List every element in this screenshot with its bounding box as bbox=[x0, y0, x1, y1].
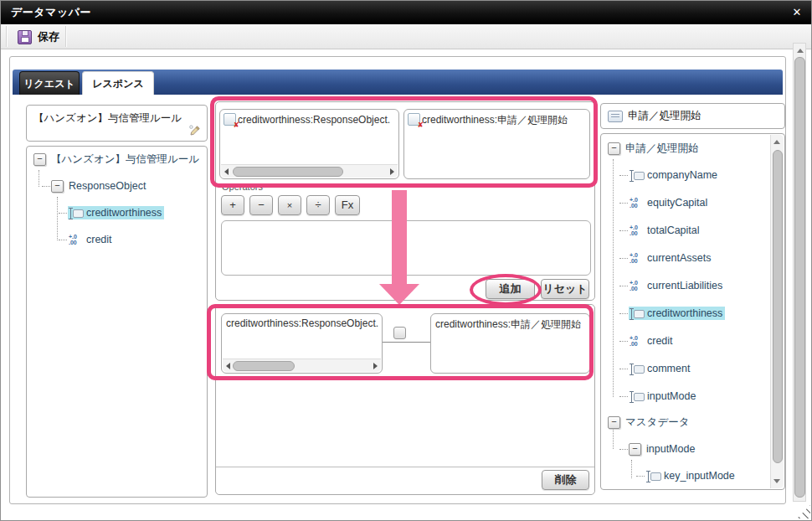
tree-node-label: creditworthiness bbox=[86, 207, 162, 219]
tree-node-companyname[interactable]: companyName bbox=[601, 164, 771, 186]
reset-button[interactable]: リセット bbox=[541, 279, 589, 299]
right-target-header: 申請／処理開始 bbox=[600, 103, 785, 129]
tree-node-responseobject[interactable]: ResponseObject bbox=[27, 175, 193, 197]
tab-request[interactable]: リクエスト bbox=[19, 71, 80, 95]
operator-minus-button[interactable]: − bbox=[249, 195, 273, 215]
tree-node-key-inputmode[interactable]: key_inputMode bbox=[601, 465, 771, 487]
tree-node-currentassets[interactable]: currentAssets bbox=[601, 247, 771, 269]
tree-node-credit[interactable]: credit bbox=[27, 229, 193, 250]
tree-node-credit-target[interactable]: credit bbox=[601, 330, 771, 352]
tree-connector bbox=[59, 213, 67, 214]
toolbar-separator bbox=[6, 26, 7, 47]
scroll-right-icon[interactable] bbox=[373, 363, 378, 369]
operators-label: Operators bbox=[222, 182, 263, 192]
tree-node-currentliabilities[interactable]: currentLiabilities bbox=[601, 275, 771, 297]
dialog-vertical-scrollbar[interactable] bbox=[793, 43, 806, 502]
mapping-target-box[interactable]: creditworthiness:申請／処理開始 bbox=[430, 313, 590, 374]
save-button-label: 保存 bbox=[38, 29, 59, 44]
horizontal-scrollbar[interactable] bbox=[223, 359, 381, 372]
tree-connector bbox=[59, 240, 67, 240]
expression-builder: creditworthiness:ResponseObject.【ハ credi… bbox=[215, 101, 595, 301]
scrollbar-thumb[interactable] bbox=[233, 167, 343, 177]
remove-source-icon[interactable] bbox=[408, 113, 420, 126]
operator-plus-button[interactable]: + bbox=[221, 195, 244, 215]
tab-response[interactable]: レスポンス bbox=[82, 71, 154, 95]
tree-node-creditworthiness[interactable]: creditworthiness bbox=[27, 202, 193, 224]
collapse-icon[interactable] bbox=[33, 153, 46, 166]
resize-grip[interactable] bbox=[797, 505, 810, 518]
scrollbar-thumb[interactable] bbox=[233, 361, 295, 371]
mapping-target-text: creditworthiness:申請／処理開始 bbox=[435, 317, 581, 332]
tree-node-totalcapital[interactable]: totalCapital bbox=[601, 219, 771, 241]
scroll-left-icon[interactable] bbox=[226, 363, 230, 369]
mapping-checkbox[interactable] bbox=[393, 327, 406, 339]
toolbar-separator bbox=[65, 26, 66, 47]
tree-node-inputmode[interactable]: inputMode bbox=[601, 385, 771, 407]
right-target-tree: 申請／処理開始 companyName equityCapital totalC… bbox=[600, 133, 785, 490]
form-icon bbox=[608, 111, 623, 122]
tree-connector bbox=[619, 286, 628, 286]
collapse-icon[interactable] bbox=[608, 416, 620, 429]
tree-connector bbox=[619, 258, 628, 259]
tree-vertical-scrollbar[interactable] bbox=[770, 135, 784, 488]
tree-node-process-start[interactable]: 申請／処理開始 bbox=[601, 137, 771, 159]
tree-node-label: ResponseObject bbox=[69, 180, 146, 192]
operator-divide-button[interactable]: ÷ bbox=[306, 195, 330, 215]
scrollbar-thumb[interactable] bbox=[773, 150, 783, 463]
horizontal-scrollbar[interactable] bbox=[221, 164, 398, 178]
scroll-down-icon[interactable] bbox=[773, 479, 780, 483]
mapping-source-text: creditworthiness:ResponseObject. bbox=[226, 317, 378, 329]
source-slot-1[interactable]: creditworthiness:ResponseObject.【ハ bbox=[219, 109, 399, 179]
mapping-source-box[interactable]: creditworthiness:ResponseObject. bbox=[221, 313, 383, 374]
save-button[interactable]: 保存 bbox=[9, 27, 68, 47]
number-type-icon bbox=[630, 252, 645, 264]
tree-node-label: creditworthiness bbox=[647, 307, 722, 319]
tree-node-label: 【ハンズオン】与信管理ルール bbox=[51, 152, 199, 167]
tree-node-masterdata[interactable]: マスタデータ bbox=[601, 411, 771, 433]
tree-node-comment[interactable]: comment bbox=[601, 358, 771, 379]
operator-function-button[interactable]: Fx bbox=[335, 195, 360, 215]
scroll-up-icon[interactable] bbox=[773, 140, 780, 144]
remove-source-icon[interactable] bbox=[224, 113, 236, 126]
window-title: データマッパー bbox=[11, 1, 91, 24]
source-slot-2[interactable]: creditworthiness:申請／処理開始 bbox=[403, 109, 590, 179]
scroll-left-icon[interactable] bbox=[224, 168, 229, 175]
tree-node-rule-root[interactable]: 【ハンズオン】与信管理ルール bbox=[27, 148, 193, 170]
tree-node-label: totalCapital bbox=[647, 224, 700, 236]
tree-connector bbox=[619, 313, 628, 314]
tree-connector bbox=[619, 203, 628, 204]
scroll-right-icon[interactable] bbox=[390, 168, 394, 175]
delete-button[interactable]: 削除 bbox=[542, 470, 589, 490]
tree-node-label: comment bbox=[647, 363, 690, 374]
tree-node-label: equityCapital bbox=[647, 197, 707, 209]
scroll-up-icon[interactable] bbox=[797, 49, 804, 53]
source-slot-1-text: creditworthiness:ResponseObject.【ハ bbox=[238, 113, 395, 127]
expression-area[interactable] bbox=[221, 220, 591, 276]
left-source-title: 【ハンズオン】与信管理ルール bbox=[33, 111, 182, 126]
tree-node-equitycapital[interactable]: equityCapital bbox=[601, 192, 771, 214]
tree-node-label: マスタデータ bbox=[625, 415, 689, 430]
edit-pencil-icon[interactable] bbox=[188, 124, 202, 137]
tree-node-label: currentAssets bbox=[647, 252, 711, 264]
scrollbar-thumb[interactable] bbox=[794, 57, 805, 498]
operator-multiply-button[interactable]: × bbox=[278, 195, 301, 215]
collapse-icon[interactable] bbox=[608, 142, 620, 155]
string-type-icon bbox=[69, 208, 84, 219]
tree-node-label: key_inputMode bbox=[664, 470, 735, 482]
collapse-icon[interactable] bbox=[629, 443, 641, 456]
number-type-icon bbox=[630, 280, 645, 291]
mapping-list: creditworthiness:ResponseObject. creditw… bbox=[215, 304, 595, 495]
tree-node-label: credit bbox=[647, 335, 673, 347]
right-target-title: 申請／処理開始 bbox=[628, 109, 702, 123]
tree-node-label: inputMode bbox=[647, 390, 696, 402]
number-type-icon bbox=[630, 197, 645, 209]
tree-node-creditworthiness-target[interactable]: creditworthiness bbox=[601, 302, 771, 324]
string-type-icon bbox=[630, 364, 645, 374]
string-type-icon bbox=[630, 308, 645, 319]
titlebar: データマッパー ✕ bbox=[1, 1, 811, 24]
collapse-icon[interactable] bbox=[51, 180, 64, 193]
tree-node-inputmode-group[interactable]: inputMode bbox=[601, 438, 771, 460]
tree-connector bbox=[619, 341, 628, 342]
close-icon[interactable]: ✕ bbox=[790, 6, 804, 19]
add-button[interactable]: 追加 bbox=[486, 279, 535, 299]
